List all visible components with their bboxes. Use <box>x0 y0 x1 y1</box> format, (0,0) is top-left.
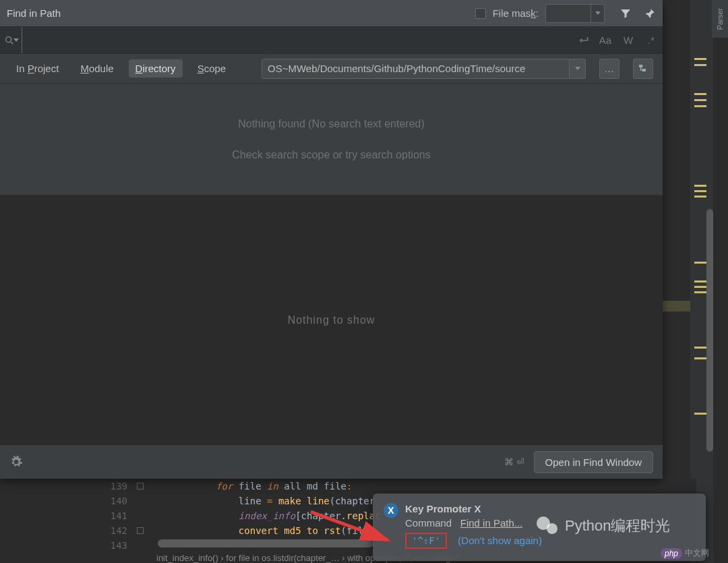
key-promoter-icon: X <box>384 503 398 518</box>
gutter-mark[interactable] <box>694 99 706 101</box>
footer-shortcut-hint: ⌘ ⏎ <box>504 456 524 467</box>
open-in-find-window-button[interactable]: Open in Find Window <box>534 451 653 473</box>
filter-icon[interactable] <box>619 7 632 20</box>
popup-shortcut: '^⇧F' <box>405 533 447 549</box>
directory-path-combo[interactable]: OS~MWeb/Documents/Github/PythonCodingTim… <box>262 59 586 79</box>
results-empty-message: Nothing found (No search text entered) <box>238 118 425 130</box>
search-row: Aa W .* <box>0 27 663 54</box>
gutter-mark[interactable] <box>694 185 706 187</box>
dialog-footer: ⌘ ⏎ Open in Find Window <box>0 445 663 479</box>
gutter-mark[interactable] <box>694 64 706 66</box>
browse-directory-button[interactable]: ... <box>599 59 619 79</box>
svg-rect-2 <box>639 65 642 67</box>
file-mask-combo[interactable] <box>545 4 605 23</box>
key-promoter-popup: X Key Promoter X Command Find in Path...… <box>373 494 706 561</box>
preview-empty-message: Nothing to show <box>288 314 375 326</box>
popup-title: Key Promoter X <box>405 503 695 514</box>
preview-panel: Nothing to show <box>0 196 663 445</box>
line-number: 140 <box>103 496 133 506</box>
parser-toolwindow-label: Parser <box>716 8 724 30</box>
results-hint-message: Check search scope or try search options <box>232 149 430 161</box>
scope-tab-project[interactable]: In Project <box>9 59 65 78</box>
gutter-mark[interactable] <box>694 413 706 415</box>
svg-rect-3 <box>642 69 646 71</box>
directory-path-dropdown[interactable] <box>570 59 586 79</box>
search-history-dropdown-icon <box>13 38 19 42</box>
svg-point-0 <box>6 36 11 42</box>
pin-icon[interactable] <box>644 7 656 20</box>
recursive-toggle-button[interactable] <box>633 59 653 79</box>
code-content[interactable]: for file in all_md_file: <box>148 481 696 492</box>
popup-dont-show-link[interactable]: (Don't show again) <box>458 535 542 546</box>
line-number: 141 <box>103 510 133 521</box>
search-icon[interactable] <box>4 33 19 48</box>
fold-icon[interactable] <box>137 483 144 490</box>
popup-command-line: Command Find in Path... <box>405 517 695 529</box>
line-number: 139 <box>103 481 133 492</box>
search-input[interactable] <box>22 27 571 53</box>
dialog-header: Find in Path File mask: <box>0 0 663 27</box>
gutter-mark[interactable] <box>694 93 706 95</box>
line-number: 143 <box>103 540 133 551</box>
regex-toggle[interactable]: .* <box>644 34 659 46</box>
gutter-mark[interactable] <box>694 347 706 349</box>
newline-icon[interactable] <box>576 34 590 47</box>
chevron-down-icon <box>575 67 580 70</box>
directory-path-input[interactable]: OS~MWeb/Documents/Github/PythonCodingTim… <box>262 59 570 79</box>
gutter-mark[interactable] <box>694 196 706 198</box>
scope-tab-scope[interactable]: Scope <box>191 59 233 78</box>
file-mask-input[interactable] <box>545 4 591 23</box>
gutter-mark[interactable] <box>694 357 706 359</box>
svg-line-1 <box>11 42 13 44</box>
results-panel: Nothing found (No search text entered) C… <box>0 84 663 196</box>
words-toggle[interactable]: W <box>621 34 636 46</box>
gutter-mark[interactable] <box>694 262 706 264</box>
find-in-path-dialog: Find in Path File mask: Aa W .* <box>0 0 663 479</box>
parser-toolwindow-tab[interactable]: Parser <box>712 0 728 38</box>
gutter-mark[interactable] <box>694 286 706 288</box>
gutter-mark[interactable] <box>694 190 706 192</box>
horizontal-scrollbar[interactable] <box>158 539 373 547</box>
gear-icon[interactable] <box>9 455 23 469</box>
gutter-mark[interactable] <box>694 291 706 293</box>
dialog-title: Find in Path <box>7 7 475 19</box>
scope-tab-module[interactable]: Module <box>73 59 120 78</box>
gutter-mark[interactable] <box>694 105 706 107</box>
fold-icon[interactable] <box>137 527 144 534</box>
vertical-scrollbar-thumb[interactable] <box>706 209 713 452</box>
gutter-mark[interactable] <box>694 280 706 283</box>
editor-line[interactable]: 139 for file in all_md_file: <box>103 479 696 494</box>
file-mask-dropdown[interactable] <box>591 4 605 23</box>
fold-gutter[interactable] <box>133 483 148 490</box>
file-mask-checkbox[interactable] <box>475 8 486 19</box>
scope-row: In Project Module Directory Scope OS~MWe… <box>0 54 663 84</box>
fold-gutter[interactable] <box>133 527 148 534</box>
match-case-toggle[interactable]: Aa <box>598 34 613 46</box>
line-number: 142 <box>103 525 133 536</box>
popup-command-link[interactable]: Find in Path... <box>460 517 523 529</box>
scope-tab-directory[interactable]: Directory <box>129 59 183 78</box>
file-mask-label: File mask: <box>493 7 539 19</box>
gutter-mark[interactable] <box>694 58 706 60</box>
chevron-down-icon <box>595 11 601 15</box>
